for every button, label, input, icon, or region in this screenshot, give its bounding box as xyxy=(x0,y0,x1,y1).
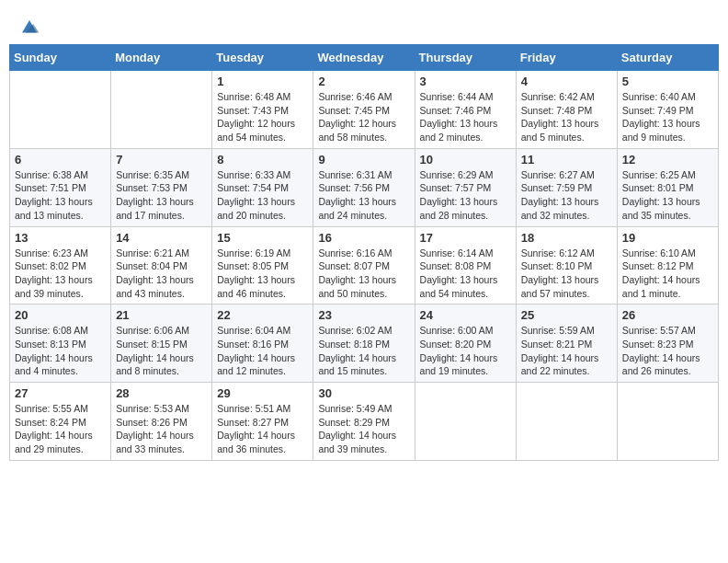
calendar-cell xyxy=(10,71,111,149)
weekday-header-monday: Monday xyxy=(111,45,212,71)
calendar-cell: 20Sunrise: 6:08 AM Sunset: 8:13 PM Dayli… xyxy=(10,304,111,383)
calendar-cell: 28Sunrise: 5:53 AM Sunset: 8:26 PM Dayli… xyxy=(111,383,212,461)
day-info: Sunrise: 6:00 AM Sunset: 8:20 PM Dayligh… xyxy=(420,324,511,378)
day-number: 12 xyxy=(622,153,713,167)
calendar-table: SundayMondayTuesdayWednesdayThursdayFrid… xyxy=(9,44,719,461)
weekday-header-saturday: Saturday xyxy=(617,45,718,71)
calendar-cell: 15Sunrise: 6:19 AM Sunset: 8:05 PM Dayli… xyxy=(212,226,313,304)
calendar-cell: 18Sunrise: 6:12 AM Sunset: 8:10 PM Dayli… xyxy=(516,226,617,304)
day-info: Sunrise: 5:57 AM Sunset: 8:23 PM Dayligh… xyxy=(622,324,713,378)
calendar-week-row: 20Sunrise: 6:08 AM Sunset: 8:13 PM Dayli… xyxy=(10,304,719,383)
day-number: 2 xyxy=(318,75,409,88)
day-info: Sunrise: 6:19 AM Sunset: 8:05 PM Dayligh… xyxy=(217,247,308,301)
day-info: Sunrise: 5:53 AM Sunset: 8:26 PM Dayligh… xyxy=(116,402,207,456)
calendar-cell xyxy=(415,383,516,461)
weekday-header-tuesday: Tuesday xyxy=(212,45,313,71)
calendar-cell: 4Sunrise: 6:42 AM Sunset: 7:48 PM Daylig… xyxy=(516,71,617,149)
day-number: 7 xyxy=(116,153,207,167)
day-number: 1 xyxy=(217,75,308,88)
calendar-cell xyxy=(617,383,718,461)
logo xyxy=(18,17,42,39)
day-info: Sunrise: 6:21 AM Sunset: 8:04 PM Dayligh… xyxy=(116,247,207,301)
day-number: 22 xyxy=(217,308,308,322)
calendar-cell: 27Sunrise: 5:55 AM Sunset: 8:24 PM Dayli… xyxy=(10,383,111,461)
calendar-week-row: 27Sunrise: 5:55 AM Sunset: 8:24 PM Dayli… xyxy=(10,383,719,461)
day-number: 27 xyxy=(15,386,106,400)
day-info: Sunrise: 6:06 AM Sunset: 8:15 PM Dayligh… xyxy=(116,324,207,378)
day-info: Sunrise: 6:33 AM Sunset: 7:54 PM Dayligh… xyxy=(217,168,308,223)
calendar-week-row: 13Sunrise: 6:23 AM Sunset: 8:02 PM Dayli… xyxy=(10,226,719,304)
calendar-cell: 21Sunrise: 6:06 AM Sunset: 8:15 PM Dayli… xyxy=(111,304,212,383)
calendar-cell: 3Sunrise: 6:44 AM Sunset: 7:46 PM Daylig… xyxy=(415,71,516,149)
day-number: 18 xyxy=(521,231,612,245)
day-info: Sunrise: 6:16 AM Sunset: 8:07 PM Dayligh… xyxy=(318,247,409,301)
day-info: Sunrise: 5:51 AM Sunset: 8:27 PM Dayligh… xyxy=(217,402,308,456)
day-info: Sunrise: 5:55 AM Sunset: 8:24 PM Dayligh… xyxy=(15,402,106,456)
calendar-cell: 5Sunrise: 6:40 AM Sunset: 7:49 PM Daylig… xyxy=(617,71,718,149)
calendar-cell xyxy=(111,71,212,149)
day-number: 10 xyxy=(420,153,511,167)
calendar-cell: 17Sunrise: 6:14 AM Sunset: 8:08 PM Dayli… xyxy=(415,226,516,304)
day-info: Sunrise: 6:23 AM Sunset: 8:02 PM Dayligh… xyxy=(15,247,106,301)
logo-icon xyxy=(18,17,40,39)
page-header xyxy=(9,9,719,44)
day-info: Sunrise: 6:08 AM Sunset: 8:13 PM Dayligh… xyxy=(15,324,106,378)
calendar-cell: 14Sunrise: 6:21 AM Sunset: 8:04 PM Dayli… xyxy=(111,226,212,304)
calendar-cell: 2Sunrise: 6:46 AM Sunset: 7:45 PM Daylig… xyxy=(313,71,415,149)
day-number: 20 xyxy=(15,308,106,322)
calendar-cell: 29Sunrise: 5:51 AM Sunset: 8:27 PM Dayli… xyxy=(212,383,313,461)
calendar-cell: 11Sunrise: 6:27 AM Sunset: 7:59 PM Dayli… xyxy=(516,148,617,226)
day-number: 14 xyxy=(116,231,207,245)
day-info: Sunrise: 6:40 AM Sunset: 7:49 PM Dayligh… xyxy=(622,90,713,144)
day-number: 23 xyxy=(318,308,409,322)
day-info: Sunrise: 6:35 AM Sunset: 7:53 PM Dayligh… xyxy=(116,168,207,223)
calendar-cell: 19Sunrise: 6:10 AM Sunset: 8:12 PM Dayli… xyxy=(617,226,718,304)
day-info: Sunrise: 6:04 AM Sunset: 8:16 PM Dayligh… xyxy=(217,324,308,378)
calendar-week-row: 1Sunrise: 6:48 AM Sunset: 7:43 PM Daylig… xyxy=(10,71,719,149)
day-number: 15 xyxy=(217,231,308,245)
day-number: 11 xyxy=(521,153,612,167)
day-number: 3 xyxy=(420,75,511,88)
calendar-cell: 22Sunrise: 6:04 AM Sunset: 8:16 PM Dayli… xyxy=(212,304,313,383)
day-number: 29 xyxy=(217,386,308,400)
weekday-header-sunday: Sunday xyxy=(10,45,111,71)
weekday-header-friday: Friday xyxy=(516,45,617,71)
day-number: 25 xyxy=(521,308,612,322)
day-number: 21 xyxy=(116,308,207,322)
day-info: Sunrise: 6:44 AM Sunset: 7:46 PM Dayligh… xyxy=(420,90,511,144)
day-number: 16 xyxy=(318,231,409,245)
day-info: Sunrise: 6:46 AM Sunset: 7:45 PM Dayligh… xyxy=(318,90,409,144)
day-number: 13 xyxy=(15,231,106,245)
weekday-header-row: SundayMondayTuesdayWednesdayThursdayFrid… xyxy=(10,45,719,71)
weekday-header-thursday: Thursday xyxy=(415,45,516,71)
day-info: Sunrise: 6:42 AM Sunset: 7:48 PM Dayligh… xyxy=(521,90,612,144)
day-number: 28 xyxy=(116,386,207,400)
day-number: 9 xyxy=(318,153,409,167)
day-info: Sunrise: 6:48 AM Sunset: 7:43 PM Dayligh… xyxy=(217,90,308,144)
calendar-cell xyxy=(516,383,617,461)
day-info: Sunrise: 5:59 AM Sunset: 8:21 PM Dayligh… xyxy=(521,324,612,378)
day-info: Sunrise: 6:27 AM Sunset: 7:59 PM Dayligh… xyxy=(521,168,612,223)
calendar-cell: 9Sunrise: 6:31 AM Sunset: 7:56 PM Daylig… xyxy=(313,148,415,226)
calendar-cell: 6Sunrise: 6:38 AM Sunset: 7:51 PM Daylig… xyxy=(10,148,111,226)
calendar-cell: 10Sunrise: 6:29 AM Sunset: 7:57 PM Dayli… xyxy=(415,148,516,226)
calendar-cell: 16Sunrise: 6:16 AM Sunset: 8:07 PM Dayli… xyxy=(313,226,415,304)
calendar-cell: 30Sunrise: 5:49 AM Sunset: 8:29 PM Dayli… xyxy=(313,383,415,461)
day-number: 6 xyxy=(15,153,106,167)
day-info: Sunrise: 5:49 AM Sunset: 8:29 PM Dayligh… xyxy=(318,402,409,456)
day-number: 26 xyxy=(622,308,713,322)
day-info: Sunrise: 6:10 AM Sunset: 8:12 PM Dayligh… xyxy=(622,247,713,301)
weekday-header-wednesday: Wednesday xyxy=(313,45,415,71)
calendar-cell: 13Sunrise: 6:23 AM Sunset: 8:02 PM Dayli… xyxy=(10,226,111,304)
day-info: Sunrise: 6:29 AM Sunset: 7:57 PM Dayligh… xyxy=(420,168,511,223)
day-info: Sunrise: 6:14 AM Sunset: 8:08 PM Dayligh… xyxy=(420,247,511,301)
day-info: Sunrise: 6:12 AM Sunset: 8:10 PM Dayligh… xyxy=(521,247,612,301)
calendar-cell: 23Sunrise: 6:02 AM Sunset: 8:18 PM Dayli… xyxy=(313,304,415,383)
day-number: 5 xyxy=(622,75,713,88)
calendar-week-row: 6Sunrise: 6:38 AM Sunset: 7:51 PM Daylig… xyxy=(10,148,719,226)
calendar-cell: 26Sunrise: 5:57 AM Sunset: 8:23 PM Dayli… xyxy=(617,304,718,383)
day-info: Sunrise: 6:31 AM Sunset: 7:56 PM Dayligh… xyxy=(318,168,409,223)
day-number: 4 xyxy=(521,75,612,88)
calendar-cell: 7Sunrise: 6:35 AM Sunset: 7:53 PM Daylig… xyxy=(111,148,212,226)
calendar-cell: 24Sunrise: 6:00 AM Sunset: 8:20 PM Dayli… xyxy=(415,304,516,383)
